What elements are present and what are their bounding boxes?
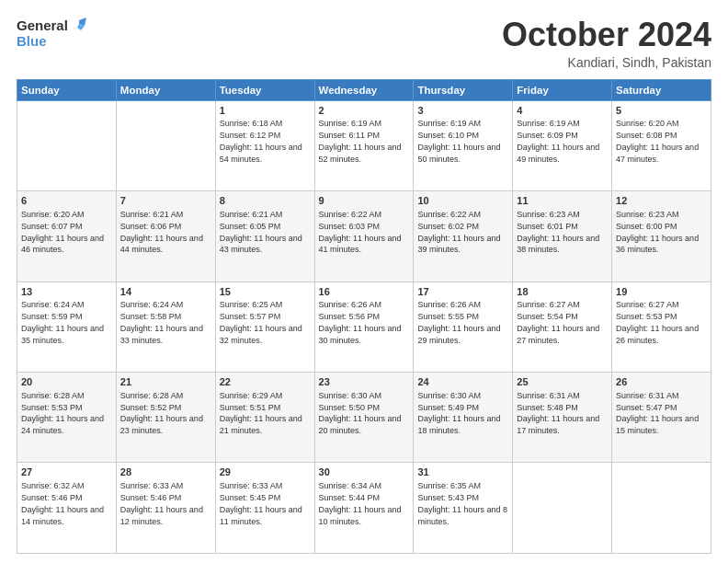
day-number: 20 — [21, 375, 112, 389]
calendar-cell: 1Sunrise: 6:18 AMSunset: 6:12 PMDaylight… — [215, 100, 314, 190]
calendar-cell: 12Sunrise: 6:23 AMSunset: 6:00 PMDayligh… — [612, 191, 711, 282]
day-number: 12 — [616, 194, 707, 208]
cell-info: Sunrise: 6:22 AMSunset: 6:02 PMDaylight:… — [417, 210, 500, 254]
calendar-cell: 5Sunrise: 6:20 AMSunset: 6:08 PMDaylight… — [612, 100, 711, 190]
logo: General Blue — [17, 17, 87, 50]
day-number: 31 — [417, 465, 508, 479]
cell-info: Sunrise: 6:26 AMSunset: 5:55 PMDaylight:… — [417, 300, 500, 344]
calendar-cell: 14Sunrise: 6:24 AMSunset: 5:58 PMDayligh… — [116, 282, 215, 372]
day-number: 30 — [319, 465, 410, 479]
col-thursday: Thursday — [414, 79, 513, 100]
calendar-header: General Blue October 2024 Kandiari, Sind… — [17, 17, 711, 70]
week-row: 6Sunrise: 6:20 AMSunset: 6:07 PMDaylight… — [17, 191, 711, 282]
calendar-cell: 13Sunrise: 6:24 AMSunset: 5:59 PMDayligh… — [17, 282, 117, 372]
cell-info: Sunrise: 6:31 AMSunset: 5:48 PMDaylight:… — [517, 391, 599, 435]
calendar-cell: 20Sunrise: 6:28 AMSunset: 5:53 PMDayligh… — [17, 373, 117, 463]
col-monday: Monday — [116, 79, 215, 100]
cell-info: Sunrise: 6:27 AMSunset: 5:54 PMDaylight:… — [517, 300, 599, 344]
calendar-cell: 17Sunrise: 6:26 AMSunset: 5:55 PMDayligh… — [414, 282, 513, 372]
col-wednesday: Wednesday — [314, 79, 414, 100]
day-number: 21 — [120, 375, 211, 389]
calendar-cell: 19Sunrise: 6:27 AMSunset: 5:53 PMDayligh… — [612, 282, 711, 372]
col-friday: Friday — [513, 79, 612, 100]
cell-info: Sunrise: 6:34 AMSunset: 5:44 PMDaylight:… — [319, 481, 402, 525]
day-number: 22 — [220, 375, 311, 389]
day-number: 17 — [417, 285, 508, 299]
cell-info: Sunrise: 6:19 AMSunset: 6:09 PMDaylight:… — [517, 119, 599, 163]
cell-info: Sunrise: 6:30 AMSunset: 5:50 PMDaylight:… — [319, 391, 402, 435]
calendar-cell: 28Sunrise: 6:33 AMSunset: 5:46 PMDayligh… — [116, 463, 215, 554]
cell-info: Sunrise: 6:32 AMSunset: 5:46 PMDaylight:… — [21, 481, 104, 525]
col-saturday: Saturday — [612, 79, 711, 100]
calendar-cell: 25Sunrise: 6:31 AMSunset: 5:48 PMDayligh… — [513, 373, 612, 463]
cell-info: Sunrise: 6:31 AMSunset: 5:47 PMDaylight:… — [616, 391, 699, 435]
calendar-table: Sunday Monday Tuesday Wednesday Thursday… — [17, 79, 711, 554]
calendar-cell: 16Sunrise: 6:26 AMSunset: 5:56 PMDayligh… — [314, 282, 414, 372]
cell-info: Sunrise: 6:28 AMSunset: 5:53 PMDaylight:… — [21, 391, 104, 435]
calendar-cell: 10Sunrise: 6:22 AMSunset: 6:02 PMDayligh… — [414, 191, 513, 282]
day-number: 28 — [120, 465, 211, 479]
cell-info: Sunrise: 6:20 AMSunset: 6:07 PMDaylight:… — [21, 210, 104, 254]
day-number: 7 — [120, 194, 211, 208]
day-number: 1 — [220, 104, 311, 118]
day-number: 3 — [417, 104, 508, 118]
col-sunday: Sunday — [17, 79, 117, 100]
calendar-cell: 27Sunrise: 6:32 AMSunset: 5:46 PMDayligh… — [17, 463, 117, 554]
cell-info: Sunrise: 6:19 AMSunset: 6:11 PMDaylight:… — [319, 119, 402, 163]
cell-info: Sunrise: 6:22 AMSunset: 6:03 PMDaylight:… — [319, 210, 402, 254]
cell-info: Sunrise: 6:23 AMSunset: 6:00 PMDaylight:… — [616, 210, 699, 254]
cell-info: Sunrise: 6:23 AMSunset: 6:01 PMDaylight:… — [517, 210, 599, 254]
day-number: 23 — [319, 375, 410, 389]
calendar-cell: 7Sunrise: 6:21 AMSunset: 6:06 PMDaylight… — [116, 191, 215, 282]
cell-info: Sunrise: 6:19 AMSunset: 6:10 PMDaylight:… — [417, 119, 500, 163]
cell-info: Sunrise: 6:24 AMSunset: 5:59 PMDaylight:… — [21, 300, 104, 344]
calendar-cell: 6Sunrise: 6:20 AMSunset: 6:07 PMDaylight… — [17, 191, 117, 282]
day-number: 8 — [220, 194, 311, 208]
day-number: 25 — [517, 375, 608, 389]
cell-info: Sunrise: 6:24 AMSunset: 5:58 PMDaylight:… — [120, 300, 203, 344]
calendar-cell: 11Sunrise: 6:23 AMSunset: 6:01 PMDayligh… — [513, 191, 612, 282]
day-number: 14 — [120, 285, 211, 299]
day-number: 16 — [319, 285, 410, 299]
cell-info: Sunrise: 6:28 AMSunset: 5:52 PMDaylight:… — [120, 391, 203, 435]
cell-info: Sunrise: 6:21 AMSunset: 6:06 PMDaylight:… — [120, 210, 203, 254]
calendar-cell: 8Sunrise: 6:21 AMSunset: 6:05 PMDaylight… — [215, 191, 314, 282]
day-number: 13 — [21, 285, 112, 299]
cell-info: Sunrise: 6:27 AMSunset: 5:53 PMDaylight:… — [616, 300, 699, 344]
day-number: 26 — [616, 375, 707, 389]
calendar-cell: 15Sunrise: 6:25 AMSunset: 5:57 PMDayligh… — [215, 282, 314, 372]
calendar-cell: 2Sunrise: 6:19 AMSunset: 6:11 PMDaylight… — [314, 100, 414, 190]
calendar-cell: 24Sunrise: 6:30 AMSunset: 5:49 PMDayligh… — [414, 373, 513, 463]
calendar-cell — [116, 100, 215, 190]
cell-info: Sunrise: 6:18 AMSunset: 6:12 PMDaylight:… — [220, 119, 302, 163]
calendar-cell: 21Sunrise: 6:28 AMSunset: 5:52 PMDayligh… — [116, 373, 215, 463]
calendar-cell: 18Sunrise: 6:27 AMSunset: 5:54 PMDayligh… — [513, 282, 612, 372]
calendar-page: General Blue October 2024 Kandiari, Sind… — [0, 0, 728, 563]
day-number: 24 — [417, 375, 508, 389]
day-number: 11 — [517, 194, 608, 208]
cell-info: Sunrise: 6:20 AMSunset: 6:08 PMDaylight:… — [616, 119, 699, 163]
col-tuesday: Tuesday — [215, 79, 314, 100]
calendar-cell — [612, 463, 711, 554]
day-number: 29 — [220, 465, 311, 479]
cell-info: Sunrise: 6:25 AMSunset: 5:57 PMDaylight:… — [220, 300, 302, 344]
cell-info: Sunrise: 6:33 AMSunset: 5:45 PMDaylight:… — [220, 481, 302, 525]
title-block: October 2024 Kandiari, Sindh, Pakistan — [502, 17, 711, 70]
day-number: 18 — [517, 285, 608, 299]
cell-info: Sunrise: 6:33 AMSunset: 5:46 PMDaylight:… — [120, 481, 203, 525]
day-number: 10 — [417, 194, 508, 208]
week-row: 27Sunrise: 6:32 AMSunset: 5:46 PMDayligh… — [17, 463, 711, 554]
calendar-cell: 22Sunrise: 6:29 AMSunset: 5:51 PMDayligh… — [215, 373, 314, 463]
calendar-cell — [513, 463, 612, 554]
day-number: 9 — [319, 194, 410, 208]
cell-info: Sunrise: 6:30 AMSunset: 5:49 PMDaylight:… — [417, 391, 500, 435]
calendar-cell: 9Sunrise: 6:22 AMSunset: 6:03 PMDaylight… — [314, 191, 414, 282]
calendar-cell: 29Sunrise: 6:33 AMSunset: 5:45 PMDayligh… — [215, 463, 314, 554]
calendar-cell: 23Sunrise: 6:30 AMSunset: 5:50 PMDayligh… — [314, 373, 414, 463]
calendar-cell: 31Sunrise: 6:35 AMSunset: 5:43 PMDayligh… — [414, 463, 513, 554]
calendar-cell: 30Sunrise: 6:34 AMSunset: 5:44 PMDayligh… — [314, 463, 414, 554]
day-number: 15 — [220, 285, 311, 299]
cell-info: Sunrise: 6:21 AMSunset: 6:05 PMDaylight:… — [220, 210, 302, 254]
header-row: Sunday Monday Tuesday Wednesday Thursday… — [17, 79, 711, 100]
day-number: 19 — [616, 285, 707, 299]
